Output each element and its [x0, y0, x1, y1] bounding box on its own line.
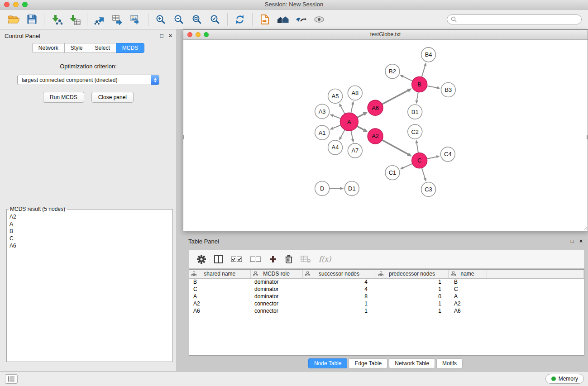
tab-node-table[interactable]: Node Table: [308, 358, 348, 368]
show-columns-button[interactable]: [214, 255, 223, 263]
mcds-result-item[interactable]: B: [10, 228, 170, 235]
graph-edge-C-C1[interactable]: [403, 164, 413, 168]
graph-edge-A6-B[interactable]: [382, 91, 408, 104]
graph-node-C[interactable]: C: [412, 153, 427, 168]
search-box[interactable]: [447, 14, 582, 24]
graph-edge-A-A2[interactable]: [357, 126, 364, 130]
import-table-button[interactable]: [66, 12, 84, 27]
close-panel-icon[interactable]: ×: [169, 33, 172, 38]
graph-edge-A-A6[interactable]: [357, 114, 364, 118]
resize-handle-corner[interactable]: [582, 225, 588, 231]
mcds-result-item[interactable]: C: [10, 235, 170, 242]
graph-edge-A-A8[interactable]: [351, 105, 353, 113]
resize-handle-left[interactable]: [183, 135, 184, 139]
column-header-predecessor-nodes[interactable]: predecessor nodes: [376, 270, 448, 278]
select-all-button[interactable]: [231, 256, 242, 262]
graph-node-C4[interactable]: C4: [440, 147, 455, 162]
deselect-all-button[interactable]: [250, 256, 261, 262]
tab-edge-table[interactable]: Edge Table: [349, 358, 387, 368]
graph-edge-A-A1[interactable]: [333, 125, 341, 129]
graph-edge-A2-C[interactable]: [382, 140, 408, 154]
export-table-button[interactable]: [109, 12, 127, 27]
graph-node-B2[interactable]: B2: [385, 64, 400, 79]
graph-node-A7[interactable]: A7: [348, 143, 362, 158]
control-tab-mcds[interactable]: MCDS: [116, 43, 144, 53]
import-network-button[interactable]: [48, 12, 66, 27]
export-image-button[interactable]: [127, 12, 145, 27]
graph-node-A2[interactable]: A2: [368, 129, 383, 144]
graph-node-B3[interactable]: B3: [441, 83, 455, 97]
refresh-button[interactable]: [231, 12, 249, 27]
graph-edge-A-A3[interactable]: [333, 116, 341, 119]
mcds-result-item[interactable]: A: [10, 220, 170, 228]
zoom-fit-button[interactable]: [188, 12, 206, 27]
save-session-button[interactable]: [23, 12, 41, 27]
delete-table-button[interactable]: [301, 256, 311, 263]
zoom-out-button[interactable]: [170, 12, 188, 27]
memory-button[interactable]: Memory: [545, 374, 584, 384]
graph-node-D[interactable]: D: [315, 181, 330, 196]
graph-node-A[interactable]: A: [340, 113, 358, 131]
optimization-dropdown[interactable]: largest connected component (directed): [17, 75, 159, 85]
column-header-successor-nodes[interactable]: successor nodes: [302, 270, 376, 278]
table-row[interactable]: Bdominator41B: [189, 278, 584, 286]
graph-node-B1[interactable]: B1: [408, 105, 422, 119]
graph-edge-B-B3[interactable]: [427, 86, 437, 88]
zoom-window-button[interactable]: [22, 2, 28, 7]
hide-show-button[interactable]: [292, 12, 310, 27]
control-tab-network[interactable]: Network: [32, 43, 64, 53]
graph-node-A3[interactable]: A3: [315, 104, 330, 119]
column-header-shared-name[interactable]: shared name: [189, 270, 250, 278]
close-window-button[interactable]: [4, 2, 10, 7]
graph-node-C3[interactable]: C3: [421, 182, 436, 197]
column-header-mcds-role[interactable]: MCDS role: [250, 270, 302, 278]
graph-edge-B-B4[interactable]: [422, 66, 425, 77]
graph-edge-C-C3[interactable]: [422, 168, 425, 178]
home-button[interactable]: [274, 12, 292, 27]
column-header-name[interactable]: name: [448, 270, 487, 278]
float-table-panel-icon[interactable]: □: [571, 238, 574, 244]
graph-node-A1[interactable]: A1: [315, 125, 330, 140]
graph-node-A8[interactable]: A8: [348, 86, 362, 100]
zoom-selected-button[interactable]: [206, 12, 224, 27]
mcds-result-item[interactable]: A6: [10, 242, 170, 249]
minimize-window-button[interactable]: [13, 2, 19, 7]
graph-node-A6[interactable]: A6: [368, 100, 383, 115]
graph-node-B[interactable]: B: [412, 77, 427, 92]
snapshot-button[interactable]: [256, 12, 274, 27]
search-input[interactable]: [459, 16, 578, 23]
ui-settings-button[interactable]: [5, 374, 18, 384]
zoom-in-button[interactable]: [152, 12, 170, 27]
tab-network-table[interactable]: Network Table: [389, 358, 435, 368]
zoom-network-window-button[interactable]: [204, 32, 209, 37]
graph-node-D1[interactable]: D1: [344, 181, 359, 196]
tab-motifs[interactable]: Motifs: [436, 358, 463, 368]
control-tab-style[interactable]: Style: [64, 43, 89, 53]
graph-edge-B-B1[interactable]: [417, 92, 418, 100]
float-panel-icon[interactable]: □: [160, 33, 163, 38]
graph-edge-B-B2[interactable]: [403, 76, 412, 81]
function-builder-button[interactable]: f(x): [319, 255, 331, 263]
table-row[interactable]: A2connector11A2: [189, 300, 584, 307]
close-table-panel-icon[interactable]: ×: [579, 238, 583, 244]
control-tab-select[interactable]: Select: [89, 43, 116, 53]
graph-edge-A-A4[interactable]: [341, 130, 345, 138]
close-panel-button[interactable]: Close panel: [91, 92, 134, 103]
open-session-button[interactable]: [5, 12, 23, 27]
graph-node-C2[interactable]: C2: [408, 124, 422, 139]
table-row[interactable]: A6connector11A6: [189, 307, 584, 315]
graph-node-A4[interactable]: A4: [328, 140, 343, 155]
minimize-network-window-button[interactable]: [196, 32, 201, 37]
graph-edge-A-A7[interactable]: [351, 131, 353, 139]
graph-edge-A-A5[interactable]: [341, 106, 345, 114]
export-network-button[interactable]: [91, 12, 109, 27]
mcds-result-item[interactable]: A2: [10, 213, 170, 220]
graph-node-C1[interactable]: C1: [385, 166, 400, 180]
graph-node-A5[interactable]: A5: [328, 89, 343, 103]
network-canvas[interactable]: B4B2BB3A5A8A6B1A3AC2A1A2A4A7C4CC1C3DD1: [183, 40, 588, 231]
eye-button[interactable]: [310, 12, 328, 27]
table-settings-button[interactable]: [196, 254, 206, 264]
graph-edge-C-C4[interactable]: [427, 157, 436, 159]
delete-column-button[interactable]: [285, 255, 293, 264]
close-network-window-button[interactable]: [187, 32, 192, 37]
